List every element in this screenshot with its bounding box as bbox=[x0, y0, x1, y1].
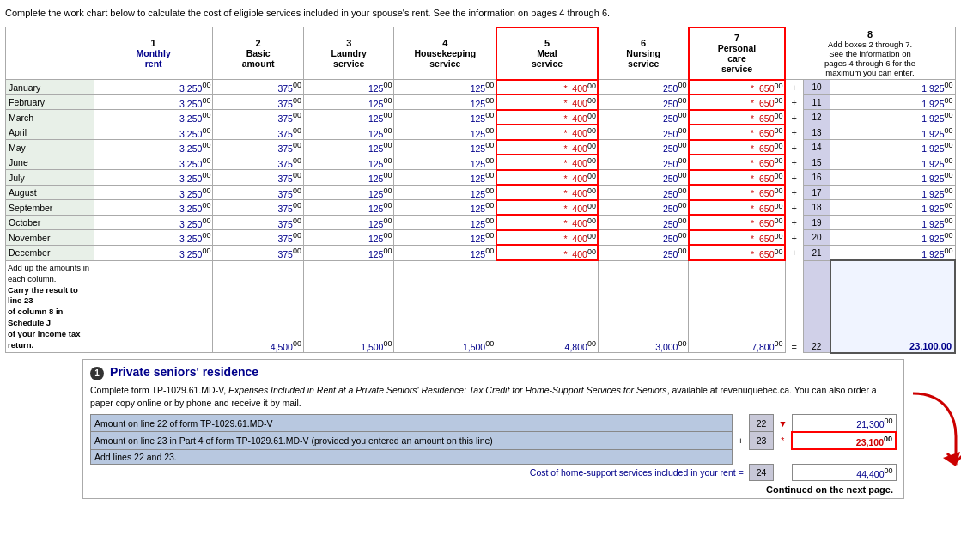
col4-december: 12500 bbox=[394, 245, 496, 260]
bottom-op-23: + bbox=[733, 432, 750, 450]
continued-text: Continued on the next page. bbox=[90, 484, 897, 495]
plus-february: + bbox=[785, 94, 803, 110]
month-cell-january: January bbox=[6, 80, 94, 95]
month-cell-november: November bbox=[6, 230, 94, 246]
total-col7: 7,80000 bbox=[689, 260, 785, 353]
col5-july: * 40000 bbox=[496, 170, 599, 186]
bottom-section: 1 Private seniors' residence Complete fo… bbox=[82, 359, 904, 499]
col6-december: 25000 bbox=[598, 245, 689, 260]
col3-january: 12500 bbox=[303, 80, 394, 95]
col7-august: * 65000 bbox=[689, 185, 785, 200]
data-row-april: April3,25000375001250012500* 4000025000*… bbox=[6, 125, 956, 140]
col2-header: 2 Basicamount bbox=[213, 27, 304, 80]
col5-june: * 40000 bbox=[496, 155, 599, 170]
plus-october: + bbox=[785, 215, 803, 230]
bottom-label-add: Add lines 22 and 23. bbox=[91, 449, 733, 464]
col1-may: 3,25000 bbox=[94, 140, 213, 155]
data-row-november: November3,25000375001250012500* 40000250… bbox=[6, 230, 956, 246]
col3-july: 12500 bbox=[303, 170, 394, 186]
bottom-row-22: Amount on line 22 of form TP-1029.61.MD-… bbox=[91, 415, 897, 432]
bottom-lines-table: Amount on line 22 of form TP-1029.61.MD-… bbox=[90, 414, 897, 481]
plus-december: + bbox=[785, 245, 803, 260]
section-header: 1 Private seniors' residence bbox=[90, 365, 897, 380]
arrow-svg bbox=[896, 385, 961, 488]
col4-april: 12500 bbox=[394, 125, 496, 140]
col3-header: 3 Laundryservice bbox=[303, 27, 394, 80]
month-cell-april: April bbox=[6, 125, 94, 140]
col6-june: 25000 bbox=[598, 155, 689, 170]
col5-february: * 40000 bbox=[496, 94, 599, 110]
col6-august: 25000 bbox=[598, 185, 689, 200]
svg-marker-0 bbox=[943, 452, 960, 466]
col3-june: 12500 bbox=[303, 155, 394, 170]
linenum-january: 10 bbox=[803, 80, 830, 95]
column-header-row: 1 Monthlyrent 2 Basicamount 3 Laundryser… bbox=[6, 27, 956, 80]
bottom-star-23: * bbox=[774, 432, 792, 450]
month-cell-june: June bbox=[6, 155, 94, 170]
month-cell-october: October bbox=[6, 215, 94, 230]
data-row-january: January3,25000375001250012500* 400002500… bbox=[6, 80, 956, 95]
data-row-march: March3,25000375001250012500* 4000025000*… bbox=[6, 110, 956, 125]
linenum-august: 17 bbox=[803, 185, 830, 200]
col7-june: * 65000 bbox=[689, 155, 785, 170]
plus-april: + bbox=[785, 125, 803, 140]
work-chart-table: 1 Monthlyrent 2 Basicamount 3 Laundryser… bbox=[5, 27, 956, 354]
col5-march: * 40000 bbox=[496, 110, 599, 125]
col1-august: 3,25000 bbox=[94, 185, 213, 200]
col1-february: 3,25000 bbox=[94, 94, 213, 110]
col7-july: * 65000 bbox=[689, 170, 785, 186]
linenum-march: 12 bbox=[803, 110, 830, 125]
plus-july: + bbox=[785, 170, 803, 186]
arrow-decoration bbox=[904, 359, 956, 499]
col6-may: 25000 bbox=[598, 140, 689, 155]
total-col3: 1,50000 bbox=[303, 260, 394, 353]
col7-february: * 65000 bbox=[689, 94, 785, 110]
col2-april: 37500 bbox=[213, 125, 304, 140]
bottom-label-22: Amount on line 22 of form TP-1029.61.MD-… bbox=[91, 415, 733, 432]
instruction-text: Complete the work chart below to calcula… bbox=[5, 7, 956, 20]
col6-january: 25000 bbox=[598, 80, 689, 95]
section-circle: 1 bbox=[90, 367, 104, 380]
linenum-july: 16 bbox=[803, 170, 830, 186]
data-row-july: July3,25000375001250012500* 4000025000* … bbox=[6, 170, 956, 186]
col7-november: * 65000 bbox=[689, 230, 785, 246]
equals-sign: = bbox=[785, 260, 803, 353]
col4-march: 12500 bbox=[394, 110, 496, 125]
final-value: 44,40000 bbox=[792, 464, 896, 481]
month-cell-july: July bbox=[6, 170, 94, 186]
col8-february: 1,92500 bbox=[830, 94, 955, 110]
bottom-label-23: Amount on line 23 in Part 4 of form TP-1… bbox=[91, 432, 733, 450]
col5-header: 5 Mealservice bbox=[496, 27, 599, 80]
col6-september: 25000 bbox=[598, 200, 689, 216]
bottom-row-23: Amount on line 23 in Part 4 of form TP-1… bbox=[91, 432, 897, 450]
col3-october: 12500 bbox=[303, 215, 394, 230]
col1-december: 3,25000 bbox=[94, 245, 213, 260]
plus-november: + bbox=[785, 230, 803, 246]
col3-august: 12500 bbox=[303, 185, 394, 200]
col1-november: 3,25000 bbox=[94, 230, 213, 246]
col5-may: * 40000 bbox=[496, 140, 599, 155]
col2-june: 37500 bbox=[213, 155, 304, 170]
col6-february: 25000 bbox=[598, 94, 689, 110]
col3-march: 12500 bbox=[303, 110, 394, 125]
col8-may: 1,92500 bbox=[830, 140, 955, 155]
month-cell-december: December bbox=[6, 245, 94, 260]
final-label: Cost of home-support services included i… bbox=[91, 464, 750, 481]
col7-header: 7 Personalcareservice bbox=[689, 27, 785, 80]
col4-november: 12500 bbox=[394, 230, 496, 246]
bottom-section-container: 1 Private seniors' residence Complete fo… bbox=[5, 359, 956, 499]
col6-october: 25000 bbox=[598, 215, 689, 230]
data-row-february: February3,25000375001250012500* 40000250… bbox=[6, 94, 956, 110]
linenum-may: 14 bbox=[803, 140, 830, 155]
col7-december: * 65000 bbox=[689, 245, 785, 260]
plus-august: + bbox=[785, 185, 803, 200]
col8-header: 8 Add boxes 2 through 7.See the informat… bbox=[785, 27, 955, 80]
col7-may: * 65000 bbox=[689, 140, 785, 155]
col7-september: * 65000 bbox=[689, 200, 785, 216]
col3-may: 12500 bbox=[303, 140, 394, 155]
col4-june: 12500 bbox=[394, 155, 496, 170]
col5-january: * 40000 bbox=[496, 80, 599, 95]
col4-may: 12500 bbox=[394, 140, 496, 155]
col8-november: 1,92500 bbox=[830, 230, 955, 246]
col3-november: 12500 bbox=[303, 230, 394, 246]
